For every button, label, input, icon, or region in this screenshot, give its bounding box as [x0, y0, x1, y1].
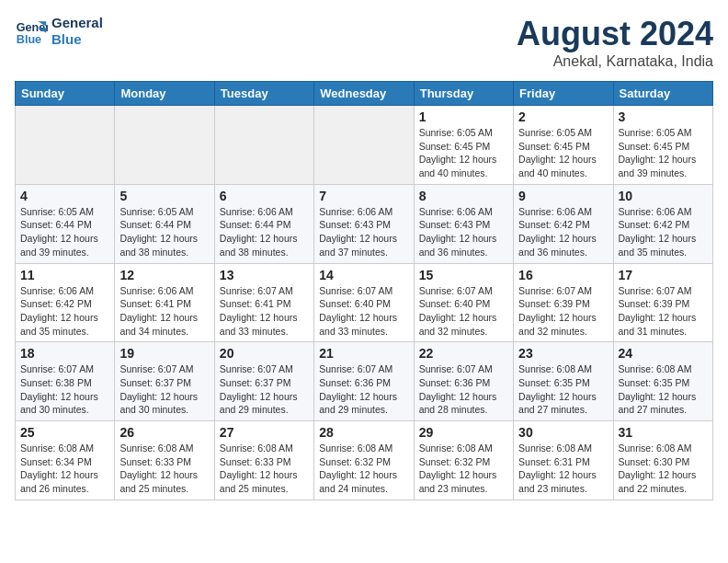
day-info: Sunrise: 6:05 AMSunset: 6:45 PMDaylight:…	[419, 126, 508, 180]
day-number: 15	[419, 268, 508, 282]
day-number: 11	[20, 268, 109, 282]
day-info: Sunrise: 6:06 AMSunset: 6:44 PMDaylight:…	[220, 205, 309, 259]
svg-text:Blue: Blue	[17, 33, 41, 46]
day-number: 1	[419, 109, 508, 124]
day-cell: 1Sunrise: 6:05 AMSunset: 6:45 PMDaylight…	[414, 106, 513, 185]
month-title: August 2024	[517, 15, 713, 53]
page-header: General Blue General Blue August 2024 An…	[15, 15, 713, 70]
day-number: 7	[319, 189, 408, 203]
weekday-header-sunday: Sunday	[16, 82, 115, 106]
logo-icon: General Blue	[15, 15, 48, 48]
day-number: 16	[518, 268, 608, 282]
weekday-header-thursday: Thursday	[414, 82, 513, 106]
day-cell: 4Sunrise: 6:05 AMSunset: 6:44 PMDaylight…	[16, 184, 115, 263]
day-number: 8	[419, 189, 508, 203]
day-number: 20	[220, 346, 309, 361]
day-cell: 8Sunrise: 6:06 AMSunset: 6:43 PMDaylight…	[414, 184, 513, 263]
logo-line1: General	[51, 15, 103, 31]
day-info: Sunrise: 6:07 AMSunset: 6:40 PMDaylight:…	[419, 284, 508, 339]
day-number: 25	[20, 425, 109, 440]
logo-line2: Blue	[51, 31, 103, 48]
week-row-5: 25Sunrise: 6:08 AMSunset: 6:34 PMDayligh…	[16, 421, 713, 500]
title-block: August 2024 Anekal, Karnataka, India	[517, 15, 713, 70]
day-info: Sunrise: 6:06 AMSunset: 6:42 PMDaylight:…	[619, 205, 708, 259]
day-number: 30	[518, 425, 608, 440]
day-cell: 26Sunrise: 6:08 AMSunset: 6:33 PMDayligh…	[115, 421, 214, 500]
day-info: Sunrise: 6:07 AMSunset: 6:36 PMDaylight:…	[319, 362, 408, 417]
day-number: 3	[619, 109, 708, 124]
day-info: Sunrise: 6:06 AMSunset: 6:43 PMDaylight:…	[319, 205, 408, 259]
day-info: Sunrise: 6:05 AMSunset: 6:44 PMDaylight:…	[119, 205, 209, 259]
day-info: Sunrise: 6:07 AMSunset: 6:40 PMDaylight:…	[319, 284, 408, 339]
day-info: Sunrise: 6:07 AMSunset: 6:37 PMDaylight:…	[119, 362, 209, 417]
day-cell	[115, 106, 214, 185]
day-number: 18	[20, 346, 109, 361]
location: Anekal, Karnataka, India	[517, 53, 713, 70]
day-cell: 5Sunrise: 6:05 AMSunset: 6:44 PMDaylight…	[115, 184, 214, 263]
day-info: Sunrise: 6:07 AMSunset: 6:36 PMDaylight:…	[419, 362, 508, 417]
day-cell: 23Sunrise: 6:08 AMSunset: 6:35 PMDayligh…	[514, 342, 613, 421]
day-cell: 30Sunrise: 6:08 AMSunset: 6:31 PMDayligh…	[514, 421, 613, 500]
day-cell: 15Sunrise: 6:07 AMSunset: 6:40 PMDayligh…	[414, 263, 513, 342]
day-info: Sunrise: 6:08 AMSunset: 6:34 PMDaylight:…	[20, 442, 109, 496]
logo[interactable]: General Blue General Blue	[15, 15, 103, 48]
day-number: 2	[518, 109, 608, 124]
day-cell	[214, 106, 313, 185]
day-cell: 11Sunrise: 6:06 AMSunset: 6:42 PMDayligh…	[16, 263, 115, 342]
day-cell: 22Sunrise: 6:07 AMSunset: 6:36 PMDayligh…	[414, 342, 513, 421]
weekday-header-wednesday: Wednesday	[314, 82, 414, 106]
day-info: Sunrise: 6:08 AMSunset: 6:30 PMDaylight:…	[619, 442, 708, 496]
day-cell: 3Sunrise: 6:05 AMSunset: 6:45 PMDaylight…	[613, 106, 712, 185]
week-row-2: 4Sunrise: 6:05 AMSunset: 6:44 PMDaylight…	[16, 184, 713, 263]
day-number: 26	[119, 425, 209, 440]
day-number: 5	[119, 189, 209, 203]
day-info: Sunrise: 6:08 AMSunset: 6:32 PMDaylight:…	[319, 442, 408, 496]
day-number: 14	[319, 268, 408, 282]
day-info: Sunrise: 6:08 AMSunset: 6:32 PMDaylight:…	[419, 442, 508, 496]
day-info: Sunrise: 6:06 AMSunset: 6:42 PMDaylight:…	[20, 284, 109, 339]
day-number: 4	[20, 189, 109, 203]
day-cell: 17Sunrise: 6:07 AMSunset: 6:39 PMDayligh…	[613, 263, 712, 342]
day-info: Sunrise: 6:07 AMSunset: 6:41 PMDaylight:…	[220, 284, 309, 339]
day-info: Sunrise: 6:08 AMSunset: 6:31 PMDaylight:…	[518, 442, 608, 496]
day-cell: 10Sunrise: 6:06 AMSunset: 6:42 PMDayligh…	[613, 184, 712, 263]
day-number: 12	[119, 268, 209, 282]
day-number: 6	[220, 189, 309, 203]
day-number: 28	[319, 425, 408, 440]
day-cell: 31Sunrise: 6:08 AMSunset: 6:30 PMDayligh…	[613, 421, 712, 500]
week-row-4: 18Sunrise: 6:07 AMSunset: 6:38 PMDayligh…	[16, 342, 713, 421]
day-cell: 9Sunrise: 6:06 AMSunset: 6:42 PMDaylight…	[514, 184, 613, 263]
day-cell: 29Sunrise: 6:08 AMSunset: 6:32 PMDayligh…	[414, 421, 513, 500]
day-info: Sunrise: 6:06 AMSunset: 6:41 PMDaylight:…	[119, 284, 209, 339]
day-info: Sunrise: 6:07 AMSunset: 6:39 PMDaylight:…	[619, 284, 708, 339]
day-cell: 20Sunrise: 6:07 AMSunset: 6:37 PMDayligh…	[214, 342, 313, 421]
week-row-1: 1Sunrise: 6:05 AMSunset: 6:45 PMDaylight…	[16, 106, 713, 185]
weekday-header-friday: Friday	[514, 82, 613, 106]
day-info: Sunrise: 6:07 AMSunset: 6:37 PMDaylight:…	[220, 362, 309, 417]
day-number: 29	[419, 425, 508, 440]
day-number: 23	[518, 346, 608, 361]
day-info: Sunrise: 6:07 AMSunset: 6:39 PMDaylight:…	[518, 284, 608, 339]
day-cell: 16Sunrise: 6:07 AMSunset: 6:39 PMDayligh…	[514, 263, 613, 342]
day-number: 27	[220, 425, 309, 440]
day-info: Sunrise: 6:06 AMSunset: 6:43 PMDaylight:…	[419, 205, 508, 259]
weekday-header-saturday: Saturday	[613, 82, 712, 106]
day-info: Sunrise: 6:05 AMSunset: 6:44 PMDaylight:…	[20, 205, 109, 259]
day-number: 22	[419, 346, 508, 361]
day-info: Sunrise: 6:08 AMSunset: 6:35 PMDaylight:…	[619, 362, 708, 417]
day-number: 21	[319, 346, 408, 361]
day-cell: 7Sunrise: 6:06 AMSunset: 6:43 PMDaylight…	[314, 184, 414, 263]
day-cell: 13Sunrise: 6:07 AMSunset: 6:41 PMDayligh…	[214, 263, 313, 342]
day-info: Sunrise: 6:05 AMSunset: 6:45 PMDaylight:…	[518, 126, 608, 180]
day-cell: 27Sunrise: 6:08 AMSunset: 6:33 PMDayligh…	[214, 421, 313, 500]
weekday-header-tuesday: Tuesday	[214, 82, 313, 106]
day-info: Sunrise: 6:08 AMSunset: 6:35 PMDaylight:…	[518, 362, 608, 417]
day-cell: 25Sunrise: 6:08 AMSunset: 6:34 PMDayligh…	[16, 421, 115, 500]
day-cell	[16, 106, 115, 185]
day-info: Sunrise: 6:07 AMSunset: 6:38 PMDaylight:…	[20, 362, 109, 417]
day-cell: 28Sunrise: 6:08 AMSunset: 6:32 PMDayligh…	[314, 421, 414, 500]
day-number: 19	[119, 346, 209, 361]
day-number: 13	[220, 268, 309, 282]
day-number: 24	[619, 346, 708, 361]
day-cell: 6Sunrise: 6:06 AMSunset: 6:44 PMDaylight…	[214, 184, 313, 263]
